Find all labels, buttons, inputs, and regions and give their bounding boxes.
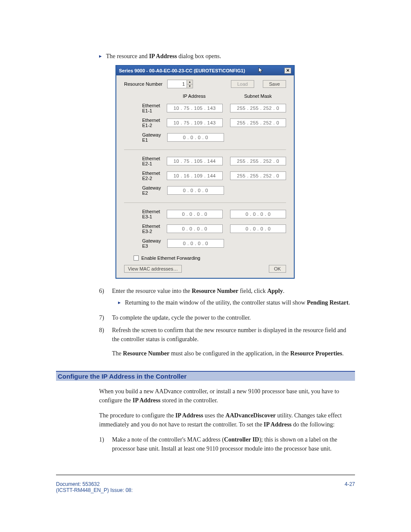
page-footer: Document: 553632 (ICSTT-RM448_EN_P) Issu… [56,475,355,493]
ip-input[interactable]: 10 . 75 . 109 . 143 [167,118,223,127]
dialog-titlebar: Series 9000 - 00-A0-EC-00-23-CC (EUROTES… [116,66,294,75]
ip-input[interactable]: 10 . 75 . 105 . 144 [167,157,223,165]
triangle-icon: ▸ [99,52,102,60]
ip-input[interactable]: 0 . 0 . 0 . 0 [167,210,223,218]
close-button[interactable]: ✕ [284,68,291,74]
enable-forwarding-label: Enable Ethernet Forwarding [141,255,200,261]
section-p1: When you build a new AADvance controller… [99,387,355,405]
page-number: 4-27 [345,481,355,493]
intro-bullet: ▸ The resource and IP Address dialog box… [99,52,355,61]
ip-row-label: Ethernet E2-1 [124,156,167,166]
ip-row: Gateway E30 . 0 . 0 . 0 [124,238,286,249]
ip-row: Ethernet E3-20 . 0 . 0 . 00 . 0 . 0 . 0 [124,224,286,234]
section-heading: Configure the IP Address in the Controll… [56,371,355,381]
subnet-mask-header: Subnet Mask [230,93,286,99]
ip-address-dialog: Series 9000 - 00-A0-EC-00-23-CC (EUROTES… [115,65,295,279]
ip-input[interactable]: 10 . 75 . 105 . 143 [167,104,223,112]
ip-row-label: Ethernet E3-2 [124,224,167,234]
resource-number-label: Resource Number [124,81,167,87]
mask-input[interactable]: 0 . 0 . 0 . 0 [230,210,286,218]
spinner-down-icon[interactable]: ▼ [187,84,193,88]
ip-input[interactable]: 10 . 16 . 109 . 144 [167,171,223,180]
mask-input[interactable]: 255 . 255 . 252 . 0 [230,171,286,180]
ip-row: Ethernet E2-110 . 75 . 105 . 144255 . 25… [124,156,286,166]
mask-input[interactable]: 255 . 255 . 252 . 0 [230,118,286,127]
ip-row-label: Ethernet E1-2 [124,118,167,128]
ok-button[interactable]: OK [269,265,286,273]
step-6: 6) Enter the resource value into the Res… [99,286,355,310]
ip-address-header: IP Address [166,93,222,99]
ip-input[interactable]: 0 . 0 . 0 . 0 [167,186,224,195]
save-button[interactable]: Save [263,80,286,88]
ip-row: Ethernet E1-210 . 75 . 109 . 143255 . 25… [124,118,286,128]
resource-number-spinner[interactable]: 1 ▲▼ [167,80,193,88]
ip-row: Ethernet E1-110 . 75 . 105 . 143255 . 25… [124,103,286,113]
ip-row-label: Ethernet E3-1 [124,209,167,219]
ip-input[interactable]: 0 . 0 . 0 . 0 [167,224,223,233]
view-mac-button[interactable]: View MAC addresses… [124,265,182,273]
load-button[interactable]: Load [231,80,254,88]
triangle-icon: ▸ [118,298,121,307]
step-8: 8) Refresh the screen to confirm that th… [99,326,355,358]
mask-input[interactable]: 255 . 255 . 252 . 0 [230,157,286,165]
ip-row-label: Ethernet E1-1 [124,103,167,113]
cursor-icon [258,67,264,74]
spinner-up-icon[interactable]: ▲ [187,80,193,84]
ip-row: Gateway E10 . 0 . 0 . 0 [124,132,286,143]
ip-input[interactable]: 0 . 0 . 0 . 0 [167,239,224,248]
enable-forwarding-checkbox[interactable] [134,255,139,261]
ip-row: Gateway E20 . 0 . 0 . 0 [124,185,286,196]
ip-row: Ethernet E3-10 . 0 . 0 . 00 . 0 . 0 . 0 [124,209,286,219]
mask-input[interactable]: 255 . 255 . 252 . 0 [230,104,286,112]
section-p2: The procedure to configure the IP Addres… [99,411,355,429]
ip-row-label: Ethernet E2-2 [124,171,167,181]
ip-row-label: Gateway E3 [124,238,167,249]
dialog-title: Series 9000 - 00-A0-EC-00-23-CC (EUROTES… [119,68,245,73]
section-step-1: 1) Make a note of the controller's MAC a… [99,435,355,453]
footer-doc: Document: 553632 [56,481,133,487]
footer-issue: (ICSTT-RM448_EN_P) Issue: 08: [56,487,133,493]
ip-row-label: Gateway E2 [124,185,167,196]
ip-row: Ethernet E2-210 . 16 . 109 . 144255 . 25… [124,171,286,181]
mask-input[interactable]: 0 . 0 . 0 . 0 [230,224,286,233]
step-7: 7) To complete the update, cycle the pow… [99,313,355,322]
ip-input[interactable]: 0 . 0 . 0 . 0 [167,133,224,142]
ip-row-label: Gateway E1 [124,132,167,143]
